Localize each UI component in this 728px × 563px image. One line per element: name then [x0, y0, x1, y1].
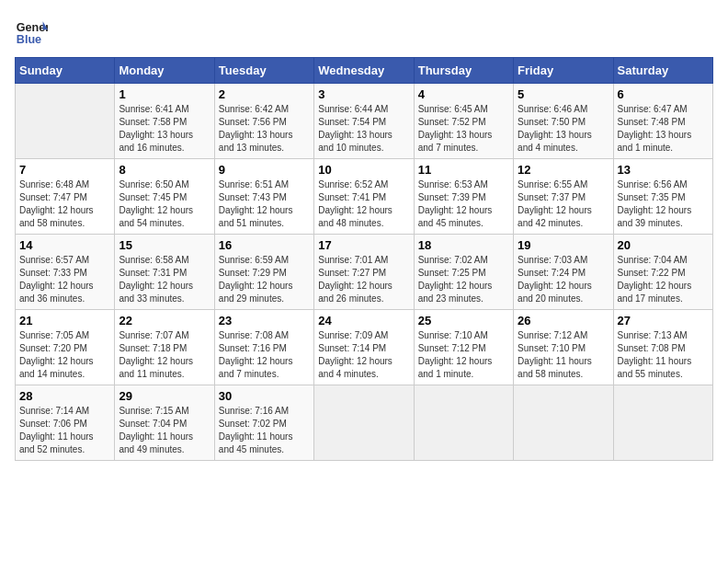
calendar-day-cell: 6Sunrise: 6:47 AMSunset: 7:48 PMDaylight… [613, 84, 712, 159]
day-info: Sunrise: 7:04 AMSunset: 7:22 PMDaylight:… [618, 254, 709, 305]
calendar-week-row: 7Sunrise: 6:48 AMSunset: 7:47 PMDaylight… [16, 159, 713, 235]
day-number: 3 [318, 87, 409, 101]
day-number: 15 [119, 238, 210, 252]
day-number: 20 [618, 238, 709, 252]
day-info: Sunrise: 7:07 AMSunset: 7:18 PMDaylight:… [119, 329, 210, 381]
calendar-day-cell: 17Sunrise: 7:01 AMSunset: 7:27 PMDayligh… [314, 235, 414, 310]
day-number: 29 [119, 389, 210, 403]
day-number: 28 [19, 389, 110, 403]
day-number: 24 [318, 314, 409, 327]
day-info: Sunrise: 6:47 AMSunset: 7:48 PMDaylight:… [618, 103, 709, 155]
day-info: Sunrise: 6:50 AMSunset: 7:45 PMDaylight:… [119, 178, 210, 230]
calendar-day-cell: 19Sunrise: 7:03 AMSunset: 7:24 PMDayligh… [514, 235, 613, 310]
day-info: Sunrise: 7:02 AMSunset: 7:25 PMDaylight:… [418, 254, 509, 305]
day-info: Sunrise: 6:59 AMSunset: 7:29 PMDaylight:… [219, 254, 310, 305]
calendar-day-cell: 8Sunrise: 6:50 AMSunset: 7:45 PMDaylight… [115, 159, 214, 235]
day-info: Sunrise: 6:46 AMSunset: 7:50 PMDaylight:… [518, 103, 609, 155]
calendar-day-cell: 27Sunrise: 7:13 AMSunset: 7:08 PMDayligh… [613, 310, 712, 385]
day-info: Sunrise: 6:55 AMSunset: 7:37 PMDaylight:… [518, 178, 609, 230]
day-number: 12 [518, 163, 609, 177]
calendar-day-cell: 14Sunrise: 6:57 AMSunset: 7:33 PMDayligh… [16, 235, 115, 310]
svg-text:Blue: Blue [17, 33, 41, 46]
calendar-day-cell [613, 385, 712, 461]
day-number: 17 [318, 238, 409, 252]
day-number: 25 [418, 314, 509, 327]
calendar-day-cell: 1Sunrise: 6:41 AMSunset: 7:58 PMDaylight… [115, 84, 214, 159]
calendar-day-cell: 11Sunrise: 6:53 AMSunset: 7:39 PMDayligh… [414, 159, 513, 235]
weekday-header-row: SundayMondayTuesdayWednesdayThursdayFrid… [16, 58, 713, 84]
calendar-week-row: 21Sunrise: 7:05 AMSunset: 7:20 PMDayligh… [16, 310, 713, 385]
day-info: Sunrise: 6:51 AMSunset: 7:43 PMDaylight:… [219, 178, 310, 230]
day-info: Sunrise: 7:13 AMSunset: 7:08 PMDaylight:… [618, 329, 709, 381]
calendar-day-cell: 30Sunrise: 7:16 AMSunset: 7:02 PMDayligh… [214, 385, 313, 461]
day-number: 7 [19, 163, 110, 177]
day-info: Sunrise: 6:52 AMSunset: 7:41 PMDaylight:… [318, 178, 409, 230]
day-number: 5 [518, 87, 609, 101]
day-number: 16 [219, 238, 310, 252]
day-info: Sunrise: 6:56 AMSunset: 7:35 PMDaylight:… [618, 178, 709, 230]
day-number: 6 [618, 87, 709, 101]
day-info: Sunrise: 7:14 AMSunset: 7:06 PMDaylight:… [19, 405, 110, 456]
day-info: Sunrise: 7:08 AMSunset: 7:16 PMDaylight:… [219, 329, 310, 381]
day-info: Sunrise: 6:58 AMSunset: 7:31 PMDaylight:… [119, 254, 210, 305]
day-number: 30 [219, 389, 310, 403]
weekday-header: Saturday [613, 58, 712, 84]
day-info: Sunrise: 6:48 AMSunset: 7:47 PMDaylight:… [19, 178, 110, 230]
calendar-day-cell [314, 385, 414, 461]
calendar-week-row: 14Sunrise: 6:57 AMSunset: 7:33 PMDayligh… [16, 235, 713, 310]
day-number: 18 [418, 238, 509, 252]
day-number: 9 [219, 163, 310, 177]
day-info: Sunrise: 7:03 AMSunset: 7:24 PMDaylight:… [518, 254, 609, 305]
day-info: Sunrise: 6:42 AMSunset: 7:56 PMDaylight:… [219, 103, 310, 155]
calendar-day-cell: 26Sunrise: 7:12 AMSunset: 7:10 PMDayligh… [514, 310, 613, 385]
day-number: 8 [119, 163, 210, 177]
day-info: Sunrise: 6:41 AMSunset: 7:58 PMDaylight:… [119, 103, 210, 155]
weekday-header: Tuesday [214, 58, 313, 84]
day-number: 11 [418, 163, 509, 177]
weekday-header: Sunday [16, 58, 115, 84]
day-number: 10 [318, 163, 409, 177]
calendar-day-cell: 16Sunrise: 6:59 AMSunset: 7:29 PMDayligh… [214, 235, 313, 310]
day-info: Sunrise: 6:45 AMSunset: 7:52 PMDaylight:… [418, 103, 509, 155]
day-number: 4 [418, 87, 509, 101]
day-info: Sunrise: 7:01 AMSunset: 7:27 PMDaylight:… [318, 254, 409, 305]
calendar-day-cell: 24Sunrise: 7:09 AMSunset: 7:14 PMDayligh… [314, 310, 414, 385]
weekday-header: Thursday [414, 58, 513, 84]
calendar-week-row: 1Sunrise: 6:41 AMSunset: 7:58 PMDaylight… [16, 84, 713, 159]
calendar-day-cell: 5Sunrise: 6:46 AMSunset: 7:50 PMDaylight… [514, 84, 613, 159]
weekday-header: Friday [514, 58, 613, 84]
page-header: General Blue [15, 15, 713, 48]
weekday-header: Wednesday [314, 58, 414, 84]
calendar-day-cell: 13Sunrise: 6:56 AMSunset: 7:35 PMDayligh… [613, 159, 712, 235]
calendar-day-cell: 20Sunrise: 7:04 AMSunset: 7:22 PMDayligh… [613, 235, 712, 310]
day-info: Sunrise: 7:16 AMSunset: 7:02 PMDaylight:… [219, 405, 310, 456]
day-number: 27 [618, 314, 709, 327]
day-info: Sunrise: 7:15 AMSunset: 7:04 PMDaylight:… [119, 405, 210, 456]
calendar-day-cell [16, 84, 115, 159]
calendar-day-cell: 9Sunrise: 6:51 AMSunset: 7:43 PMDaylight… [214, 159, 313, 235]
logo-icon: General Blue [15, 15, 48, 48]
calendar-day-cell: 3Sunrise: 6:44 AMSunset: 7:54 PMDaylight… [314, 84, 414, 159]
day-info: Sunrise: 6:57 AMSunset: 7:33 PMDaylight:… [19, 254, 110, 305]
day-info: Sunrise: 7:09 AMSunset: 7:14 PMDaylight:… [318, 329, 409, 381]
calendar-day-cell: 7Sunrise: 6:48 AMSunset: 7:47 PMDaylight… [16, 159, 115, 235]
day-number: 21 [19, 314, 110, 327]
calendar-day-cell: 22Sunrise: 7:07 AMSunset: 7:18 PMDayligh… [115, 310, 214, 385]
calendar-day-cell [514, 385, 613, 461]
logo: General Blue [15, 15, 51, 48]
day-number: 13 [618, 163, 709, 177]
calendar-week-row: 28Sunrise: 7:14 AMSunset: 7:06 PMDayligh… [16, 385, 713, 461]
day-number: 19 [518, 238, 609, 252]
calendar-day-cell: 28Sunrise: 7:14 AMSunset: 7:06 PMDayligh… [16, 385, 115, 461]
calendar-day-cell: 15Sunrise: 6:58 AMSunset: 7:31 PMDayligh… [115, 235, 214, 310]
day-number: 26 [518, 314, 609, 327]
day-info: Sunrise: 7:05 AMSunset: 7:20 PMDaylight:… [19, 329, 110, 381]
calendar-day-cell: 12Sunrise: 6:55 AMSunset: 7:37 PMDayligh… [514, 159, 613, 235]
calendar-day-cell: 18Sunrise: 7:02 AMSunset: 7:25 PMDayligh… [414, 235, 513, 310]
calendar-day-cell: 29Sunrise: 7:15 AMSunset: 7:04 PMDayligh… [115, 385, 214, 461]
day-number: 1 [119, 87, 210, 101]
calendar-day-cell: 4Sunrise: 6:45 AMSunset: 7:52 PMDaylight… [414, 84, 513, 159]
day-number: 2 [219, 87, 310, 101]
calendar-day-cell: 25Sunrise: 7:10 AMSunset: 7:12 PMDayligh… [414, 310, 513, 385]
day-info: Sunrise: 7:12 AMSunset: 7:10 PMDaylight:… [518, 329, 609, 381]
